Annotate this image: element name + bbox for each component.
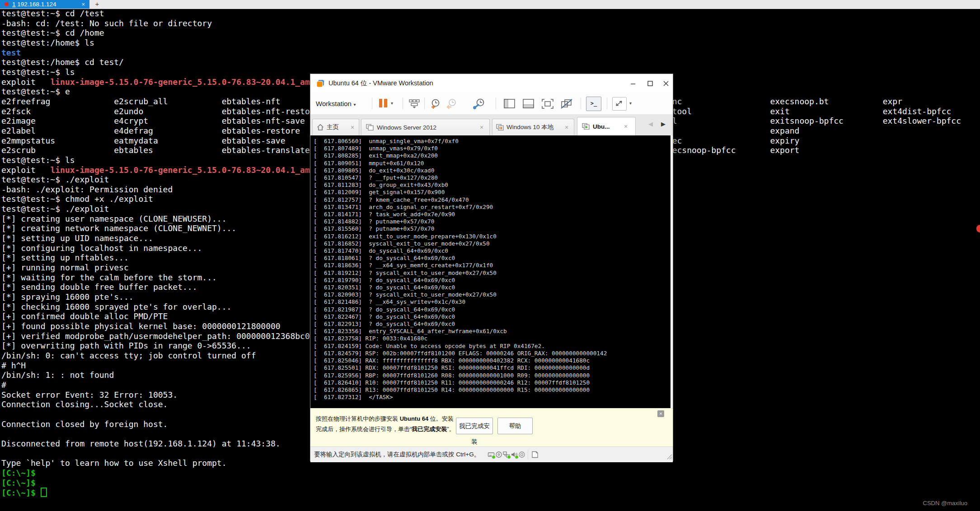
tab-windows-10[interactable]: Windows 10 本地 ×	[492, 119, 574, 135]
home-icon	[317, 124, 324, 131]
vm-status-bar: 要将输入定向到该虚拟机，请在虚拟机内部单击或按 Ctrl+G。	[310, 446, 673, 462]
hint-close-icon[interactable]: ×	[657, 410, 664, 417]
terminal-line: [C:\~]$	[1, 478, 980, 488]
vm-tab-strip: 主页 × Windows Server 2012 × Windows 10	[310, 114, 673, 135]
desktop: 1 192.168.1.124 × + test@test:~$ cd /tes…	[0, 0, 980, 511]
terminal-line: -bash: cd: /test: No such file or direct…	[1, 19, 980, 28]
new-tab-button[interactable]: +	[91, 0, 103, 9]
maximize-button[interactable]	[644, 78, 656, 89]
resize-grip[interactable]	[666, 453, 674, 460]
tab-label: Windows 10 本地	[506, 123, 553, 131]
minimize-button[interactable]	[627, 78, 639, 89]
terminal-line: test@test:/home$ cd test/	[1, 57, 980, 67]
tab-home[interactable]: 主页 ×	[312, 119, 359, 135]
tab-scroll-left-icon[interactable]: ◀	[648, 121, 653, 127]
vm-icon	[366, 124, 374, 131]
vm-console-screen[interactable]: [ 617.806560] unmap_single_vma+0x7f/0xf0…	[310, 135, 671, 408]
session-tab-label: 1 192.168.1.124	[12, 0, 56, 9]
fullscreen-dropdown-icon[interactable]: ▾	[629, 101, 632, 106]
install-hint-text: 按照在物理计算机中的步骤安装 Ubuntu 64 位。安装完成后，操作系统会进行…	[316, 413, 456, 434]
tab-label: 主页	[327, 123, 339, 131]
xshell-tab-bar: 1 192.168.1.124 × +	[0, 0, 980, 9]
workstation-menu[interactable]: Workstation ▾	[316, 93, 356, 114]
tab-close-icon[interactable]: ×	[480, 124, 483, 131]
network-adapter-icon[interactable]	[503, 451, 510, 458]
tab-label: Ubu...	[593, 123, 610, 130]
terminal-line: test@test:/home$ ls	[1, 38, 980, 48]
edge-notification-badge[interactable]	[976, 225, 980, 232]
install-hint-bar: 按照在物理计算机中的步骤安装 Ubuntu 64 位。安装完成后，操作系统会进行…	[310, 408, 673, 447]
terminal-line: test@test:~$ cd /test	[1, 9, 980, 19]
speaker-icon[interactable]	[511, 451, 518, 458]
status-bar-text: 要将输入定向到该虚拟机，请在虚拟机内部单击或按 Ctrl+G。	[314, 447, 480, 462]
vmware-logo-icon	[316, 79, 324, 88]
close-button[interactable]	[660, 78, 672, 89]
chevron-down-icon[interactable]: ▾	[391, 101, 393, 106]
terminal-line: [C:\~]$	[1, 488, 980, 497]
tab-close-icon[interactable]: ×	[351, 124, 354, 131]
kernel-trace-output: [ 617.806560] unmap_single_vma+0x7f/0xf0…	[310, 135, 671, 401]
message-log-icon[interactable]	[531, 451, 539, 458]
help-button[interactable]: 帮助	[497, 418, 533, 434]
chevron-down-icon: ▾	[353, 102, 356, 107]
tab-windows-server-2012[interactable]: Windows Server 2012 ×	[361, 119, 490, 135]
install-finished-button[interactable]: 我已完成安装	[456, 418, 493, 434]
vmware-titlebar[interactable]: Ubuntu 64 位 - VMware Workstation	[310, 74, 673, 93]
terminal-line: test@test:~$ cd /home	[1, 28, 980, 38]
tab-close-icon[interactable]: ×	[81, 0, 85, 9]
tab-scroll-right-icon[interactable]: ▶	[661, 121, 666, 127]
tab-close-icon[interactable]: ×	[565, 124, 568, 131]
terminal-line: [C:\~]$	[1, 468, 980, 478]
usb-device-icon[interactable]	[518, 451, 525, 458]
window-title: Ubuntu 64 位 - VMware Workstation	[328, 79, 433, 88]
vm-paused-icon	[496, 124, 504, 131]
console-view-button[interactable]: >_	[586, 97, 601, 111]
terminal-line: test	[1, 48, 980, 58]
tab-label: Windows Server 2012	[377, 124, 436, 131]
vmware-window: Ubuntu 64 位 - VMware Workstation Worksta…	[310, 74, 673, 461]
vmware-toolbar: Workstation ▾ ▾	[310, 93, 673, 115]
tab-close-icon[interactable]: ×	[624, 123, 628, 130]
hard-disk-icon[interactable]	[488, 451, 495, 458]
fullscreen-button[interactable]	[612, 97, 627, 111]
tab-ubuntu-active[interactable]: Ubu... ×	[577, 117, 636, 135]
vm-playing-icon	[582, 123, 590, 130]
cd-dvd-icon[interactable]	[495, 451, 502, 458]
watermark-text: CSDN @maxiluo	[923, 500, 967, 506]
session-indicator-icon	[5, 2, 9, 6]
session-tab[interactable]: 1 192.168.1.124 ×	[0, 0, 89, 9]
